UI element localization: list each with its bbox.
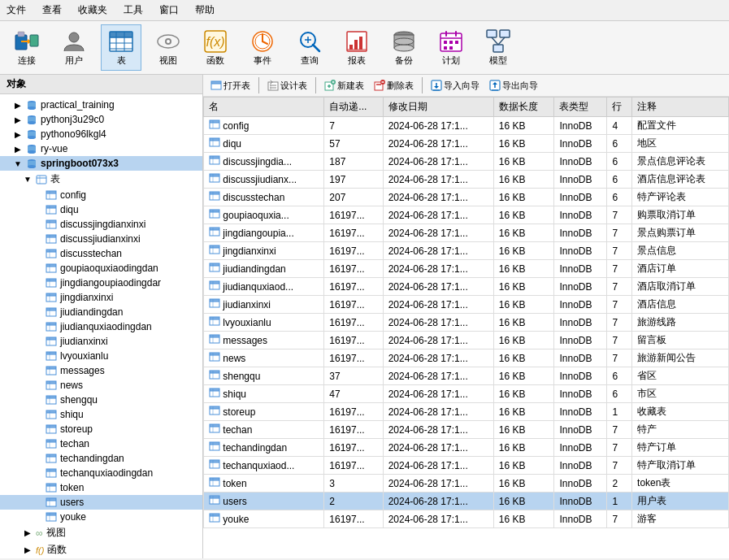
tree-item-label: jingdiangoupiaodingdar: [60, 277, 161, 289]
cell-auto: 16197...: [324, 439, 383, 457]
sidebar-item-techandingdan[interactable]: ▶ techandingdan: [0, 451, 202, 466]
table-row[interactable]: discussjingdia... 187 2024-06-28 17:1...…: [204, 153, 729, 171]
sidebar-item-views-group[interactable]: ▶ ∞ 视图: [0, 524, 202, 541]
col-size[interactable]: 数据长度: [493, 98, 554, 117]
sidebar-item-techanquxiaodingdan[interactable]: ▶ techanquxiaodingdan: [0, 466, 202, 480]
import-wizard-button[interactable]: 导入向导: [427, 78, 484, 93]
menu-tools[interactable]: 工具: [120, 2, 146, 19]
table-row[interactable]: shengqu 37 2024-06-28 17:1... 16 KB Inno…: [204, 367, 729, 385]
table-row[interactable]: jingdianxinxi 16197... 2024-06-28 17:1..…: [204, 242, 729, 260]
table-row[interactable]: shiqu 47 2024-06-28 17:1... 16 KB InnoDB…: [204, 385, 729, 403]
table-row[interactable]: token 3 2024-06-28 17:1... 16 KB InnoDB …: [204, 475, 729, 493]
svg-rect-162: [268, 82, 278, 90]
tree-panel[interactable]: ▶ practical_training ▶ pythonj3u29c0 ▶ p…: [0, 94, 202, 558]
toolbar-user-button[interactable]: 用户: [54, 25, 94, 70]
menu-window[interactable]: 窗口: [156, 2, 182, 19]
col-type[interactable]: 表类型: [554, 98, 607, 117]
sidebar-item-config[interactable]: ▶ config: [0, 188, 202, 202]
table-row[interactable]: techanquxiaod... 16197... 2024-06-28 17:…: [204, 457, 729, 475]
table-row[interactable]: techan 16197... 2024-06-28 17:1... 16 KB…: [204, 421, 729, 439]
sidebar-item-ry-vue[interactable]: ▶ ry-vue: [0, 141, 202, 156]
table-row[interactable]: diqu 57 2024-06-28 17:1... 16 KB InnoDB …: [204, 135, 729, 153]
tree-item-label: jiudiandingdan: [60, 306, 123, 318]
toolbar-table-button[interactable]: 表: [101, 24, 141, 71]
col-name[interactable]: 名: [204, 98, 324, 117]
toolbar-model-button[interactable]: 模型: [478, 25, 519, 70]
sidebar-item-discussjiudianxinxi[interactable]: ▶ discussjiudianxinxi: [0, 232, 202, 246]
sidebar-item-jiudianxinxi[interactable]: ▶ jiudianxinxi: [0, 334, 202, 349]
sidebar-item-lvyouxianlu[interactable]: ▶ lvyouxianlu: [0, 349, 202, 363]
svg-rect-225: [210, 281, 219, 284]
sidebar-item-discusstechan[interactable]: ▶ discusstechan: [0, 246, 202, 261]
new-table-label: 新建表: [337, 80, 364, 92]
sidebar-item-token[interactable]: ▶ token: [0, 480, 202, 495]
table-row[interactable]: users 2 2024-06-28 17:1... 16 KB InnoDB …: [204, 493, 729, 510]
cell-date: 2024-06-28 17:1...: [383, 117, 493, 135]
table-row[interactable]: jiudiandingdan 16197... 2024-06-28 17:1.…: [204, 260, 729, 278]
sidebar-item-goupiaoquxiaodingdan[interactable]: ▶ goupiaoquxiaodingdan: [0, 261, 202, 276]
sidebar-item-diqu[interactable]: ▶ diqu: [0, 202, 202, 217]
sidebar-item-messages[interactable]: ▶ messages: [0, 363, 202, 378]
table-row[interactable]: news 16197... 2024-06-28 17:1... 16 KB I…: [204, 349, 729, 367]
svg-rect-1: [18, 32, 24, 37]
design-table-button[interactable]: 设计表: [263, 78, 311, 93]
table-row[interactable]: youke 16197... 2024-06-28 17:1... 16 KB …: [204, 510, 729, 528]
sidebar-item-pythonj3u29c0[interactable]: ▶ pythonj3u29c0: [0, 112, 202, 127]
svg-rect-269: [210, 478, 219, 480]
sidebar-item-tables-group[interactable]: ▼ 表: [0, 171, 202, 188]
toolbar-report-button[interactable]: 报表: [336, 25, 377, 70]
col-auto[interactable]: 自动递...: [324, 98, 383, 117]
toolbar-backup-button[interactable]: 备份: [384, 25, 424, 70]
sidebar-item-news[interactable]: ▶ news: [0, 378, 202, 393]
cell-size: 16 KB: [493, 153, 554, 171]
sidebar-item-jingdianxinxi[interactable]: ▶ jingdianxinxi: [0, 290, 202, 305]
table-row[interactable]: storeup 16197... 2024-06-28 17:1... 16 K…: [204, 403, 729, 421]
table-row[interactable]: discusstechan 207 2024-06-28 17:1... 16 …: [204, 189, 729, 206]
sidebar-item-users[interactable]: ▶ users: [0, 495, 202, 510]
sidebar-item-storeup[interactable]: ▶ storeup: [0, 422, 202, 436]
table-row[interactable]: goupiaoquxia... 16197... 2024-06-28 17:1…: [204, 206, 729, 224]
menu-view[interactable]: 查看: [39, 2, 65, 19]
sidebar-item-techan[interactable]: ▶ techan: [0, 436, 202, 451]
sidebar-item-youke[interactable]: ▶ youke: [0, 510, 202, 524]
export-wizard-button[interactable]: 导出向导: [485, 78, 542, 93]
toolbar-view-button[interactable]: 视图: [148, 25, 189, 70]
sidebar-item-funcs-group[interactable]: ▶ f() 函数: [0, 541, 202, 558]
new-table-button[interactable]: 新建表: [320, 78, 368, 93]
table-row[interactable]: config 7 2024-06-28 17:1... 16 KB InnoDB…: [204, 117, 729, 135]
table-row[interactable]: jiudianxinxi 16197... 2024-06-28 17:1...…: [204, 296, 729, 314]
col-rows[interactable]: 行: [607, 98, 632, 117]
toolbar-connect-button[interactable]: 连接: [7, 25, 47, 70]
sidebar-item-discussjingdianxinxi[interactable]: ▶ discussjingdianxinxi: [0, 217, 202, 232]
svg-rect-64: [37, 176, 46, 184]
table-row[interactable]: lvyouxianlu 16197... 2024-06-28 17:1... …: [204, 314, 729, 332]
sidebar-item-shiqu[interactable]: ▶ shiqu: [0, 407, 202, 422]
toolbar-event-button[interactable]: 事件: [242, 25, 283, 70]
sidebar-item-jingdiangoupiaodingdar[interactable]: ▶ jingdiangoupiaodingdar: [0, 276, 202, 290]
table-row[interactable]: jingdiangoupia... 16197... 2024-06-28 17…: [204, 224, 729, 242]
toolbar-query-button[interactable]: 查询: [289, 25, 330, 70]
menu-help[interactable]: 帮助: [192, 2, 218, 19]
toolbar-func-button[interactable]: f(x) 函数: [195, 25, 236, 70]
sidebar-item-springboot073x3[interactable]: ▼ springboot073x3: [0, 156, 202, 171]
col-comment[interactable]: 注释: [632, 98, 729, 117]
delete-table-button[interactable]: 删除表: [370, 78, 418, 93]
sidebar-item-jiudiandingdan[interactable]: ▶ jiudiandingdan: [0, 305, 202, 319]
table-row[interactable]: messages 16197... 2024-06-28 17:1... 16 …: [204, 332, 729, 349]
table-row[interactable]: jiudianquxiaod... 16197... 2024-06-28 17…: [204, 278, 729, 296]
menu-file[interactable]: 文件: [3, 2, 29, 19]
open-table-button[interactable]: 打开表: [206, 78, 254, 93]
col-date[interactable]: 修改日期: [383, 98, 493, 117]
sidebar-item-jiudianquxiaodingdan[interactable]: ▶ jiudianquxiaodingdan: [0, 319, 202, 334]
svg-rect-221: [210, 263, 219, 266]
database-icon: [26, 143, 37, 154]
table-row[interactable]: discussjiudianx... 197 2024-06-28 17:1..…: [204, 171, 729, 189]
sidebar-item-shengqu[interactable]: ▶ shengqu: [0, 393, 202, 407]
table-row[interactable]: techandingdan 16197... 2024-06-28 17:1..…: [204, 439, 729, 457]
menu-favorites[interactable]: 收藏夹: [75, 2, 111, 19]
toolbar-schedule-button[interactable]: 计划: [431, 25, 471, 70]
sidebar-item-practical_training[interactable]: ▶ practical_training: [0, 98, 202, 112]
table-scroll-area[interactable]: 名 自动递... 修改日期 数据长度 表类型 行 注释 config 7 202…: [203, 97, 729, 558]
table-icon: [46, 234, 57, 244]
sidebar-item-pythono96lkgl4[interactable]: ▶ pythono96lkgl4: [0, 127, 202, 141]
